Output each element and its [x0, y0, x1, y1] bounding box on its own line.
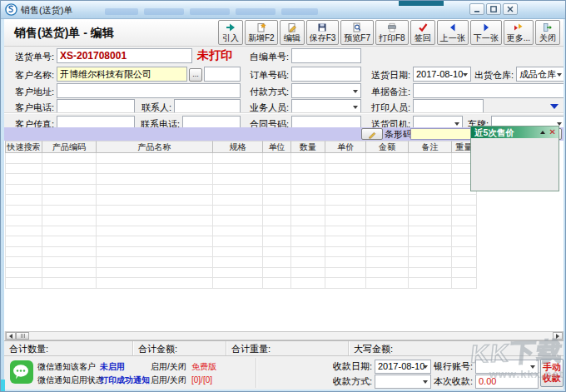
table-row[interactable] — [5, 278, 477, 289]
table-cell[interactable] — [291, 185, 325, 196]
table-cell[interactable] — [213, 278, 263, 289]
table-row[interactable] — [5, 236, 477, 247]
table-cell[interactable] — [366, 153, 409, 164]
table-cell[interactable] — [42, 278, 97, 289]
table-cell[interactable] — [97, 236, 213, 247]
table-cell[interactable] — [263, 257, 291, 268]
title-bar[interactable]: 销售(送货)单 — [1, 1, 566, 19]
table-cell[interactable] — [409, 268, 452, 279]
table-cell[interactable] — [325, 174, 366, 185]
table-cell[interactable] — [452, 247, 477, 258]
table-cell[interactable] — [452, 236, 477, 247]
table-cell[interactable] — [366, 257, 409, 268]
table-cell[interactable] — [409, 174, 452, 185]
scrollbar-thumb[interactable] — [16, 332, 29, 340]
table-horizontal-scrollbar[interactable] — [5, 331, 564, 340]
table-cell[interactable] — [97, 226, 213, 237]
expand-dropdown-icon[interactable] — [550, 104, 559, 109]
table-row[interactable] — [5, 216, 477, 226]
table-cell[interactable] — [409, 226, 452, 237]
table-cell[interactable] — [42, 257, 97, 268]
table-cell[interactable] — [97, 174, 213, 185]
table-cell[interactable] — [325, 247, 366, 258]
table-row[interactable] — [5, 257, 477, 268]
table-cell[interactable] — [5, 257, 42, 268]
current-receipt-input[interactable]: 0.00 — [475, 375, 539, 389]
previous-record-button[interactable]: 上一张 — [437, 20, 469, 45]
table-cell[interactable] — [42, 185, 97, 196]
wechat-notify-toggle-link[interactable]: 启用/关闭 — [151, 361, 186, 372]
table-cell[interactable] — [263, 174, 291, 185]
table-cell[interactable] — [452, 257, 477, 268]
table-cell[interactable] — [263, 268, 291, 279]
customer-address-input[interactable] — [57, 83, 241, 98]
table-cell[interactable] — [213, 247, 263, 258]
table-cell[interactable] — [291, 278, 325, 289]
table-cell[interactable] — [409, 185, 452, 196]
table-row[interactable] — [5, 185, 477, 196]
table-row[interactable] — [5, 226, 477, 237]
self-no-input[interactable] — [291, 48, 361, 63]
chevron-down-icon[interactable] — [423, 380, 428, 384]
table-cell[interactable] — [263, 185, 291, 196]
table-cell[interactable] — [366, 185, 409, 196]
table-cell[interactable] — [5, 278, 42, 289]
table-cell[interactable] — [291, 206, 325, 216]
scroll-right-button[interactable] — [553, 332, 563, 340]
table-cell[interactable] — [42, 164, 97, 175]
table-cell[interactable] — [213, 236, 263, 247]
order-no-input[interactable] — [291, 67, 361, 82]
table-cell[interactable] — [42, 236, 97, 247]
table-row[interactable] — [5, 153, 477, 164]
table-cell[interactable] — [325, 195, 366, 206]
barcode-edit-button[interactable] — [361, 128, 383, 140]
chevron-down-icon[interactable] — [530, 365, 535, 369]
table-cell[interactable] — [325, 164, 366, 175]
table-cell[interactable] — [291, 236, 325, 247]
table-cell[interactable] — [97, 278, 213, 289]
bank-account-combo[interactable] — [475, 360, 539, 374]
chevron-down-icon[interactable] — [353, 90, 358, 93]
payment-method-combo[interactable] — [291, 83, 361, 98]
receipt-date-combo[interactable]: 2017-08-10 — [375, 360, 431, 374]
table-cell[interactable] — [325, 236, 366, 247]
customer-browse-button[interactable]: ... — [189, 68, 202, 82]
table-cell[interactable] — [366, 195, 409, 206]
delivery-date-combo[interactable]: 2017-08-10 — [413, 67, 471, 82]
table-cell[interactable] — [366, 268, 409, 279]
table-cell[interactable] — [366, 247, 409, 258]
new-button[interactable]: 新增F2 — [245, 20, 278, 45]
table-cell[interactable] — [5, 206, 42, 216]
chevron-down-icon[interactable] — [557, 73, 562, 77]
doc-remark-input[interactable] — [413, 83, 565, 98]
sign-back-button[interactable]: 签回 — [410, 20, 435, 45]
delivery-no-input[interactable]: XS-201708001 — [57, 48, 192, 63]
table-cell[interactable] — [325, 226, 366, 237]
table-cell[interactable] — [263, 153, 291, 164]
table-cell[interactable] — [42, 247, 97, 258]
table-row[interactable] — [5, 247, 477, 258]
table-cell[interactable] — [213, 268, 263, 279]
table-cell[interactable] — [5, 195, 42, 206]
table-cell[interactable] — [5, 185, 42, 196]
preview-button[interactable]: 预览F7 — [340, 20, 374, 45]
table-cell[interactable] — [291, 153, 325, 164]
table-cell[interactable] — [366, 226, 409, 237]
table-cell[interactable] — [409, 153, 452, 164]
save-button[interactable]: 保存F3 — [306, 20, 340, 45]
print-button[interactable]: 打印F8 — [375, 20, 409, 45]
table-cell[interactable] — [97, 257, 213, 268]
table-cell[interactable] — [263, 164, 291, 175]
table-cell[interactable] — [325, 153, 366, 164]
table-cell[interactable] — [366, 236, 409, 247]
table-cell[interactable] — [409, 257, 452, 268]
table-cell[interactable] — [291, 216, 325, 226]
wechat-enable-toggle-link[interactable]: 启用/关闭 — [151, 375, 186, 385]
table-cell[interactable] — [409, 206, 452, 216]
table-cell[interactable] — [97, 206, 213, 216]
table-cell[interactable] — [5, 174, 42, 185]
table-cell[interactable] — [409, 216, 452, 226]
table-cell[interactable] — [97, 195, 213, 206]
table-cell[interactable] — [291, 247, 325, 258]
table-cell[interactable] — [42, 195, 97, 206]
